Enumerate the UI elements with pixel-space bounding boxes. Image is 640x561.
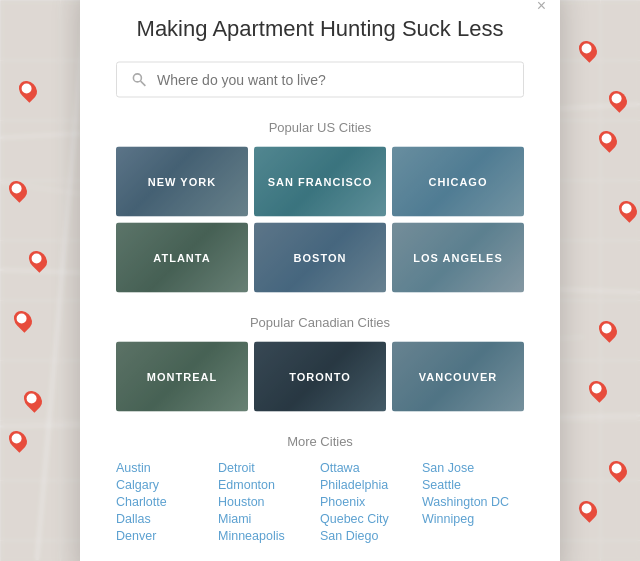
city-link-san-jose[interactable]: San Jose <box>422 460 524 474</box>
ca-cities-grid: MONTREAL TORONTO VANCOUVER <box>116 341 524 411</box>
city-tile-montreal[interactable]: MONTREAL <box>116 341 248 411</box>
city-tile-label-montreal: MONTREAL <box>116 341 248 411</box>
us-cities-grid: NEW YORK SAN FRANCISCO CHICAGO ATLANTA B… <box>116 146 524 292</box>
modal-title: Making Apartment Hunting Suck Less <box>116 15 524 41</box>
city-link-philadelphia[interactable]: Philadelphia <box>320 477 422 491</box>
city-tile-toronto[interactable]: TORONTO <box>254 341 386 411</box>
svg-line-1 <box>141 81 146 86</box>
city-tile-label-vancouver: VANCOUVER <box>392 341 524 411</box>
close-button[interactable]: × <box>537 0 546 13</box>
city-link-seattle[interactable]: Seattle <box>422 477 524 491</box>
more-cities-col-1: DetroitEdmontonHoustonMiamiMinneapolis <box>218 460 320 542</box>
city-link-miami[interactable]: Miami <box>218 511 320 525</box>
city-tile-chicago[interactable]: CHICAGO <box>392 146 524 216</box>
modal-dialog: × Making Apartment Hunting Suck Less Pop… <box>80 0 560 561</box>
more-cities-col-2: OttawaPhiladelphiaPhoenixQuebec CitySan … <box>320 460 422 542</box>
city-tile-label-atlanta: ATLANTA <box>116 222 248 292</box>
city-link-winnipeg[interactable]: Winnipeg <box>422 511 524 525</box>
more-cities-title: More Cities <box>116 433 524 448</box>
search-input[interactable] <box>157 71 509 87</box>
us-cities-section-title: Popular US Cities <box>116 119 524 134</box>
city-link-quebec-city[interactable]: Quebec City <box>320 511 422 525</box>
city-link-denver[interactable]: Denver <box>116 528 218 542</box>
more-cities-grid: AustinCalgaryCharlotteDallasDenverDetroi… <box>116 460 524 542</box>
city-link-ottawa[interactable]: Ottawa <box>320 460 422 474</box>
city-link-detroit[interactable]: Detroit <box>218 460 320 474</box>
city-link-charlotte[interactable]: Charlotte <box>116 494 218 508</box>
city-tile-label-toronto: TORONTO <box>254 341 386 411</box>
city-link-houston[interactable]: Houston <box>218 494 320 508</box>
city-tile-sanfrancisco[interactable]: SAN FRANCISCO <box>254 146 386 216</box>
city-tile-label-newyork: NEW YORK <box>116 146 248 216</box>
city-tile-label-chicago: CHICAGO <box>392 146 524 216</box>
city-tile-label-la: LOS ANGELES <box>392 222 524 292</box>
city-link-phoenix[interactable]: Phoenix <box>320 494 422 508</box>
more-cities-col-3: San JoseSeattleWashington DCWinnipeg <box>422 460 524 542</box>
city-tile-atlanta[interactable]: ATLANTA <box>116 222 248 292</box>
city-link-minneapolis[interactable]: Minneapolis <box>218 528 320 542</box>
city-link-washington-dc[interactable]: Washington DC <box>422 494 524 508</box>
city-tile-label-sf: SAN FRANCISCO <box>254 146 386 216</box>
search-icon <box>131 71 147 87</box>
svg-point-0 <box>133 73 141 81</box>
more-cities-section: More Cities AustinCalgaryCharlotteDallas… <box>116 433 524 542</box>
city-tile-label-boston: BOSTON <box>254 222 386 292</box>
city-link-edmonton[interactable]: Edmonton <box>218 477 320 491</box>
city-tile-newyork[interactable]: NEW YORK <box>116 146 248 216</box>
more-cities-col-0: AustinCalgaryCharlotteDallasDenver <box>116 460 218 542</box>
city-link-calgary[interactable]: Calgary <box>116 477 218 491</box>
city-tile-losangeles[interactable]: LOS ANGELES <box>392 222 524 292</box>
city-link-dallas[interactable]: Dallas <box>116 511 218 525</box>
ca-cities-section-title: Popular Canadian Cities <box>116 314 524 329</box>
city-link-austin[interactable]: Austin <box>116 460 218 474</box>
city-link-san-diego[interactable]: San Diego <box>320 528 422 542</box>
city-tile-boston[interactable]: BOSTON <box>254 222 386 292</box>
city-tile-vancouver[interactable]: VANCOUVER <box>392 341 524 411</box>
search-bar[interactable] <box>116 61 524 97</box>
